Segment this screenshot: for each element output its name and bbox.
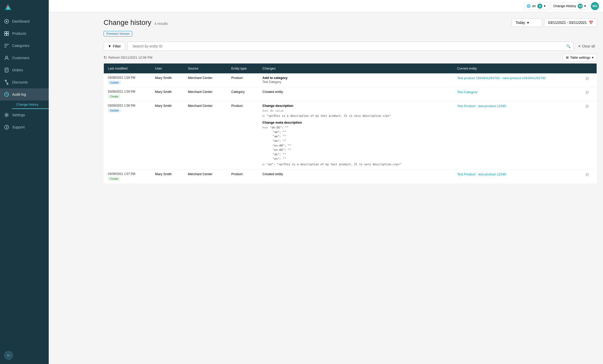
cell-icon-4: ⊟ xyxy=(581,169,597,183)
svg-rect-8 xyxy=(7,34,9,36)
topbar: 🌐 en 8 ▾ Change History 73 ▾ MS xyxy=(49,0,603,12)
date-controls: Today ▾ 03/11/2021 - 03/11/2021 📅 xyxy=(512,18,597,27)
svg-rect-6 xyxy=(7,31,9,33)
sidebar-item-customers[interactable]: Customers xyxy=(0,52,49,64)
entity-link-1[interactable]: Test product 1583941263792 - new-product… xyxy=(457,76,546,80)
cell-entity-type-4: Product xyxy=(227,169,258,183)
changes-title-1: Add to category xyxy=(262,76,449,80)
sidebar-item-orders[interactable]: Orders xyxy=(0,64,49,76)
table-settings-label: Table settings xyxy=(570,56,591,59)
entity-link-4[interactable]: Test Product - test-product-12345 xyxy=(457,172,506,176)
entity-link-2[interactable]: Test Category xyxy=(457,90,477,94)
cell-current-entity-2: Test Category xyxy=(453,87,581,101)
back-arrow-icon: ← xyxy=(6,353,11,358)
filter-button[interactable]: ▼ Filter xyxy=(104,42,125,51)
date-dropdown-value: Today xyxy=(515,21,525,25)
col-actions xyxy=(581,63,597,74)
sidebar-item-label-discounts: Discounts xyxy=(12,80,28,84)
cell-source-3: Merchant Center xyxy=(184,101,227,170)
topbar-change-history-selector[interactable]: Change History 73 ▾ xyxy=(550,2,589,10)
cell-current-entity-4: Test Product - test-product-12345 xyxy=(453,169,581,183)
row-action-icon-4[interactable]: ⊟ xyxy=(585,172,589,177)
svg-rect-5 xyxy=(5,31,6,33)
row-action-icon-3[interactable]: ⊟ xyxy=(585,104,589,108)
badge-update-3: Update xyxy=(108,108,121,112)
topbar-lang-label: en xyxy=(532,4,536,8)
cell-user-4: Mary Smith xyxy=(151,169,184,183)
topbar-section-badge: 73 xyxy=(578,4,583,9)
date-value-4: 03/09/2021 1:57 PM xyxy=(108,172,147,176)
row-action-icon-1[interactable]: ⊟ xyxy=(585,76,589,80)
svg-point-13 xyxy=(5,125,9,129)
changes-title-4: Created entity xyxy=(262,172,449,176)
topbar-avatar[interactable]: MS xyxy=(591,2,599,10)
badge-create-2: Create xyxy=(108,94,120,98)
refresh-icon: ↻ xyxy=(104,55,107,60)
search-input[interactable] xyxy=(130,42,566,51)
sidebar-item-label-customers: Customers xyxy=(12,56,29,60)
clear-all-button[interactable]: ✕ Clear all xyxy=(576,42,597,50)
cell-source-2: Merchant Center xyxy=(184,87,227,101)
topbar-language-selector[interactable]: 🌐 en 8 ▾ xyxy=(524,2,548,10)
changes-title-3a: Change description xyxy=(262,104,449,108)
refresh-button[interactable]: ↻ Refresh 03/11/2021 12:06 PM xyxy=(104,55,152,60)
dropdown-chevron-icon: ▾ xyxy=(527,21,529,25)
table-row: 03/09/2021 1:58 PM Update Mary Smith Mer… xyxy=(104,101,597,170)
sidebar-item-label-support: Support xyxy=(12,125,25,129)
dashboard-icon xyxy=(4,19,9,24)
date-value-2: 03/09/2021 1:59 PM xyxy=(108,90,147,93)
products-icon xyxy=(4,31,9,36)
row-action-icon-2[interactable]: ⊟ xyxy=(585,90,589,94)
sidebar-item-audit-log[interactable]: Audit log xyxy=(0,88,49,101)
sidebar-submenu: Change history xyxy=(0,101,49,109)
sidebar-item-label-dashboard: Dashboard xyxy=(12,19,30,23)
sidebar-item-label-products: Products xyxy=(12,31,26,36)
cell-icon-2: ⊟ xyxy=(581,87,597,101)
table-row: 03/09/2021 1:59 PM Update Mary Smith Mer… xyxy=(104,73,597,87)
table-settings-button[interactable]: ⊞ Table settings ▾ xyxy=(563,54,597,61)
date-dropdown[interactable]: Today ▾ xyxy=(512,18,542,27)
changes-title-2: Created entity xyxy=(262,90,449,94)
sidebar-item-dashboard[interactable]: Dashboard xyxy=(0,15,49,27)
cell-user-1: Mary Smith xyxy=(151,73,184,87)
badge-create-4: Create xyxy=(108,177,120,181)
cell-changes-4: Created entity xyxy=(258,169,453,183)
date-range-input[interactable]: 03/11/2021 - 03/11/2021 📅 xyxy=(544,18,597,27)
changes-title-3b: Change meta description xyxy=(262,121,449,124)
sidebar-item-support[interactable]: Support xyxy=(0,121,49,133)
svg-point-12 xyxy=(6,114,7,116)
page-header: Change history 4 results Today ▾ 03/11/2… xyxy=(104,18,597,27)
cell-source-1: Merchant Center xyxy=(184,73,227,87)
back-button[interactable]: ← xyxy=(4,351,13,360)
entity-link-3[interactable]: Test Product - test-product-12345 xyxy=(457,104,506,108)
logo[interactable] xyxy=(0,0,49,15)
cell-changes-2: Created entity xyxy=(258,87,453,101)
table-settings-chevron-icon: ▾ xyxy=(592,56,594,59)
sidebar-submenu-change-history[interactable]: Change history xyxy=(12,101,49,109)
orders-icon xyxy=(4,68,9,73)
sidebar-item-settings[interactable]: Settings xyxy=(0,109,49,121)
svg-point-4 xyxy=(6,21,7,22)
date-range-value: 03/11/2021 - 03/11/2021 xyxy=(548,21,587,25)
badge-update-1: Update xyxy=(108,80,121,85)
search-icon: 🔍 xyxy=(566,44,571,48)
change-history-table: Last modified User Source Entity type Ch… xyxy=(104,63,597,184)
app-logo-icon xyxy=(4,4,12,12)
date-value-1: 03/09/2021 1:59 PM xyxy=(108,76,147,79)
changes-detail-1: Test Category xyxy=(262,80,449,84)
table-body: 03/09/2021 1:59 PM Update Mary Smith Mer… xyxy=(104,73,597,183)
sidebar-item-categories[interactable]: Categories xyxy=(0,40,49,52)
sidebar-item-label-orders: Orders xyxy=(12,68,23,72)
support-icon xyxy=(4,125,9,130)
col-last-modified: Last modified xyxy=(104,63,151,74)
sidebar-item-products[interactable]: Products xyxy=(0,27,49,40)
main-content: Change history 4 results Today ▾ 03/11/2… xyxy=(97,12,603,364)
sidebar-nav: Dashboard Products Categories Customers … xyxy=(0,15,49,349)
svg-point-9 xyxy=(6,56,8,58)
sidebar-item-discounts[interactable]: Discounts xyxy=(0,76,49,88)
search-input-wrap: 🔍 xyxy=(127,42,574,51)
date-value-3: 03/09/2021 1:58 PM xyxy=(108,104,147,107)
page-title: Change history xyxy=(104,19,151,27)
calendar-icon: 📅 xyxy=(589,21,593,25)
table-settings-icon: ⊞ xyxy=(566,56,569,59)
